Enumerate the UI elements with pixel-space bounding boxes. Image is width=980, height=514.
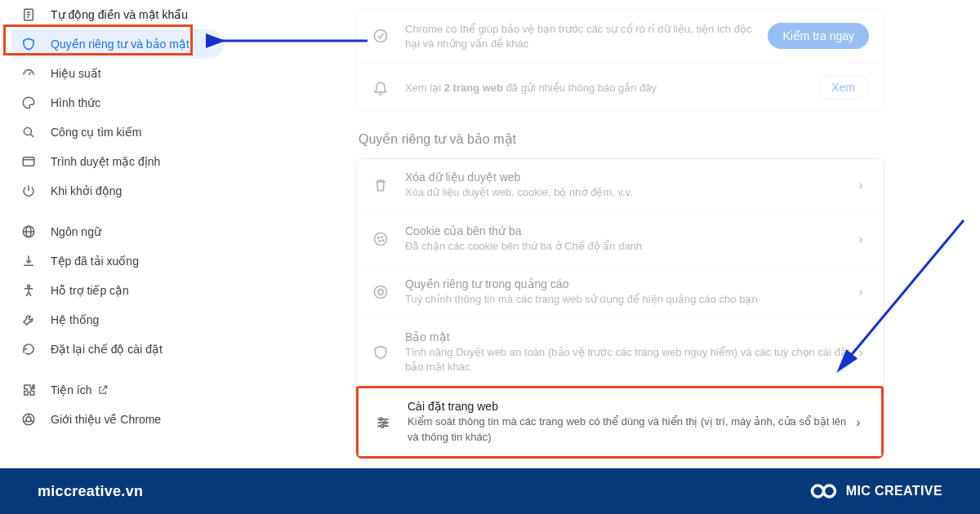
svg-point-19: [375, 30, 387, 42]
chrome-icon: [20, 410, 38, 428]
svg-point-23: [379, 240, 381, 241]
svg-point-26: [378, 290, 384, 295]
reset-icon: [20, 340, 38, 358]
sidebar-label: Hiệu suất: [51, 67, 101, 80]
power-icon: [20, 182, 38, 200]
sidebar-label: Trình duyệt mặc định: [51, 155, 160, 168]
bell-icon: [371, 78, 390, 97]
safety-check-desc: Chrome có thể giúp bảo vệ bạn trước các …: [405, 22, 758, 51]
svg-line-6: [30, 134, 33, 137]
sidebar-label: Đặt lại chế độ cài đặt: [51, 343, 163, 356]
ad-privacy-row[interactable]: Quyền riêng tư trong quảng cáoTuỳ chỉnh …: [356, 265, 884, 318]
check-now-button[interactable]: Kiểm tra ngay: [768, 23, 869, 49]
wrench-icon: [20, 311, 38, 329]
sidebar-label: Công cụ tìm kiếm: [51, 126, 141, 139]
accessibility-icon: [20, 281, 38, 299]
sidebar-item-search[interactable]: Công cụ tìm kiếm: [11, 117, 224, 147]
footer-brand: MIC CREATIVE: [804, 481, 942, 502]
palette-icon: [20, 94, 38, 112]
check-circle-icon: [371, 26, 390, 46]
row-desc: Xóa dữ liệu duyệt web, cookie, bộ nhớ đệ…: [405, 185, 853, 200]
svg-rect-7: [23, 157, 34, 166]
sidebar-item-system[interactable]: Hệ thống: [11, 305, 224, 335]
row-title: Quyền riêng tư trong quảng cáo: [405, 277, 853, 290]
sidebar-item-performance[interactable]: Hiệu suất: [11, 59, 224, 88]
sidebar-item-downloads[interactable]: Tệp đã tải xuống: [11, 246, 224, 276]
ad-icon: [371, 282, 390, 302]
security-shield-icon: [371, 343, 390, 362]
sliders-icon: [373, 413, 393, 432]
sidebar-label: Giới thiệu về Chrome: [51, 413, 161, 426]
svg-line-17: [24, 421, 26, 423]
branding-footer: miccreative.vn MIC CREATIVE: [0, 468, 980, 514]
chevron-right-icon: ›: [853, 232, 869, 246]
row-desc: Đã chặn các cookie bên thứ ba ở Chế độ ẩ…: [405, 239, 853, 254]
sidebar-item-reset[interactable]: Đặt lại chế độ cài đặt: [11, 335, 224, 364]
download-icon: [20, 252, 38, 270]
row-desc: Tính năng Duyệt web an toàn (bảo vệ trướ…: [405, 345, 853, 374]
row-title: Cài đặt trang web: [408, 400, 850, 413]
safety-check-card: Chrome có thể giúp bảo vệ bạn trước các …: [355, 8, 884, 112]
security-row[interactable]: Bảo mậtTính năng Duyệt web an toàn (bảo …: [356, 318, 884, 386]
sidebar-label: Hệ thống: [51, 313, 99, 326]
svg-point-21: [378, 237, 380, 238]
sidebar-label: Tệp đã tải xuống: [51, 255, 139, 268]
speedometer-icon: [20, 64, 38, 82]
sidebar-item-appearance[interactable]: Hình thức: [11, 88, 224, 117]
row-desc: Tuỳ chỉnh thông tin mà các trang web sử …: [405, 292, 853, 307]
chevron-right-icon: ›: [853, 178, 869, 193]
third-party-cookies-row[interactable]: Cookie của bên thứ baĐã chặn các cookie …: [356, 212, 884, 265]
svg-point-32: [381, 424, 384, 427]
infinity-logo-icon: [804, 481, 838, 502]
svg-line-18: [30, 421, 33, 423]
chevron-right-icon: ›: [853, 345, 869, 360]
svg-point-13: [28, 285, 30, 287]
search-icon: [20, 123, 38, 141]
site-settings-row[interactable]: Cài đặt trang webKiểm soát thông tin mà …: [356, 386, 884, 458]
row-desc: Kiểm soát thông tin mà các trang web có …: [408, 414, 850, 444]
svg-line-4: [29, 73, 31, 75]
external-link-icon: [97, 384, 109, 396]
sidebar-item-accessibility[interactable]: Hỗ trợ tiếp cận: [11, 276, 224, 305]
clear-browsing-data-row[interactable]: Xóa dữ liệu duyệt webXóa dữ liệu duyệt w…: [356, 159, 884, 211]
sidebar-item-about[interactable]: Giới thiệu về Chrome: [11, 405, 224, 434]
sidebar-item-extensions[interactable]: Tiện ích: [11, 375, 224, 405]
safety-check-row[interactable]: Chrome có thể giúp bảo vệ bạn trước các …: [356, 9, 884, 63]
settings-main: Chrome có thể giúp bảo vệ bạn trước các …: [355, 0, 884, 459]
row-title: Xóa dữ liệu duyệt web: [405, 171, 853, 184]
sidebar-label: Tiện ích: [51, 383, 92, 397]
privacy-card: Xóa dữ liệu duyệt webXóa dữ liệu duyệt w…: [355, 158, 884, 459]
svg-point-22: [381, 236, 383, 237]
chevron-right-icon: ›: [850, 415, 866, 430]
notification-review-text: Xem lại 2 trang web đã gửi nhiều thông b…: [405, 81, 808, 95]
svg-point-24: [383, 239, 385, 241]
notification-review-row[interactable]: Xem lại 2 trang web đã gửi nhiều thông b…: [356, 63, 884, 111]
sidebar-item-startup[interactable]: Khi khởi động: [11, 176, 224, 206]
browser-icon: [20, 153, 38, 171]
shield-icon: [20, 35, 38, 53]
cookie-icon: [371, 229, 390, 249]
sidebar-item-privacy[interactable]: Quyền riêng tư và bảo mật: [11, 29, 224, 59]
sidebar-label: Tự động điền và mật khẩu: [51, 8, 188, 21]
sidebar-label: Khi khởi động: [51, 184, 122, 197]
view-button[interactable]: Xem: [817, 75, 869, 100]
sidebar-label: Hỗ trợ tiếp cận: [51, 284, 129, 297]
puzzle-icon: [20, 381, 38, 399]
sidebar-label: Hình thức: [51, 96, 100, 109]
svg-point-28: [380, 418, 382, 420]
settings-sidebar: Tự động điền và mật khẩu Quyền riêng tư …: [11, 0, 224, 434]
document-icon: [20, 6, 38, 24]
sidebar-item-autofill[interactable]: Tự động điền và mật khẩu: [11, 0, 224, 29]
privacy-section-title: Quyền riêng tư và bảo mật: [359, 131, 884, 147]
svg-point-5: [24, 127, 31, 135]
chevron-right-icon: ›: [853, 285, 869, 299]
row-title: Bảo mật: [405, 330, 853, 343]
sidebar-item-default-browser[interactable]: Trình duyệt mặc định: [11, 147, 224, 176]
footer-domain: miccreative.vn: [38, 483, 143, 500]
trash-icon: [371, 175, 390, 195]
sidebar-label: Ngôn ngữ: [51, 225, 101, 238]
sidebar-item-language[interactable]: Ngôn ngữ: [11, 217, 224, 246]
globe-icon: [20, 223, 38, 241]
svg-point-25: [375, 286, 387, 298]
svg-point-30: [384, 421, 386, 423]
